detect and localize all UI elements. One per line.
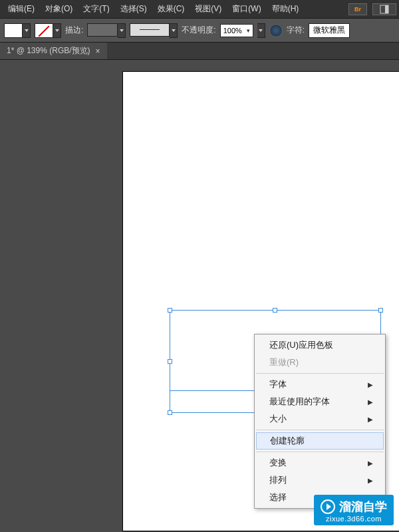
cm-recent-fonts-label: 最近使用的字体 (269, 396, 330, 408)
options-toolbar: 描边: 不透明度: 100% 字符: 微软雅黑 (0, 19, 399, 43)
cm-size-label: 大小 (269, 413, 287, 425)
chevron-right-icon: ▶ (368, 416, 373, 423)
opacity-dropdown[interactable] (257, 23, 265, 38)
chevron-right-icon: ▶ (368, 460, 373, 467)
handle-top-right[interactable] (378, 308, 383, 313)
cm-undo[interactable]: 还原(U)应用色板 (255, 336, 385, 354)
menu-select[interactable]: 选择(S) (115, 1, 152, 17)
play-icon (321, 499, 335, 514)
menu-edit[interactable]: 编辑(E) (3, 1, 40, 17)
cm-select-label: 选择 (269, 491, 287, 503)
workspace-layout-icon[interactable] (372, 3, 396, 15)
bridge-icon[interactable]: Br (348, 3, 367, 15)
context-menu: 还原(U)应用色板 重做(R) 字体 ▶ 最近使用的字体 ▶ 大小 ▶ 创建轮廓… (254, 334, 386, 509)
cm-font[interactable]: 字体 ▶ (255, 376, 385, 393)
svg-rect-1 (385, 5, 388, 13)
menu-window[interactable]: 窗口(W) (227, 1, 266, 17)
cm-recent-fonts[interactable]: 最近使用的字体 ▶ (255, 393, 385, 410)
stroke-color-dropdown[interactable] (53, 23, 61, 38)
document-tab[interactable]: 1* @ 139% (RGB/预览) × (0, 43, 107, 59)
cm-transform[interactable]: 变换 ▶ (255, 454, 385, 471)
menu-object[interactable]: 对象(O) (40, 1, 78, 17)
chevron-right-icon: ▶ (368, 381, 373, 388)
workspace: 还原(U)应用色板 重做(R) 字体 ▶ 最近使用的字体 ▶ 大小 ▶ 创建轮廓… (0, 60, 399, 532)
cm-separator (256, 430, 384, 430)
document-tab-label: 1* @ 139% (RGB/预览) (7, 45, 90, 57)
stroke-style-field[interactable] (130, 23, 170, 37)
cm-arrange-label: 排列 (269, 474, 287, 486)
cm-size[interactable]: 大小 ▶ (255, 410, 385, 428)
menubar: 编辑(E) 对象(O) 文字(T) 选择(S) 效果(C) 视图(V) 窗口(W… (0, 0, 399, 19)
fill-color-swatch[interactable] (4, 23, 23, 38)
handle-mid-left[interactable] (168, 359, 172, 364)
watermark-url: zixue.3d66.com (321, 515, 387, 523)
stroke-label: 描边: (65, 25, 83, 36)
handle-top-left[interactable] (168, 308, 172, 313)
cm-font-label: 字体 (269, 378, 287, 390)
stroke-weight-dropdown[interactable] (118, 23, 126, 38)
char-label: 字符: (287, 25, 305, 36)
menu-text[interactable]: 文字(T) (78, 1, 114, 17)
document-tab-bar: 1* @ 139% (RGB/预览) × (0, 43, 399, 60)
close-tab-icon[interactable]: × (96, 47, 100, 56)
menu-help[interactable]: 帮助(H) (267, 1, 305, 17)
cm-separator (256, 373, 384, 374)
fill-color-dropdown[interactable] (23, 23, 31, 38)
stroke-style-dropdown[interactable] (170, 23, 178, 38)
menu-view[interactable]: 视图(V) (190, 1, 227, 17)
chevron-right-icon: ▶ (368, 477, 373, 484)
opacity-field[interactable]: 100% (220, 24, 253, 37)
globe-icon[interactable] (269, 24, 283, 37)
stroke-color-swatch[interactable] (35, 23, 53, 38)
font-family-field[interactable]: 微软雅黑 (309, 23, 350, 38)
cm-redo: 重做(R) (255, 354, 385, 371)
watermark-text: 溜溜自学 (339, 499, 387, 515)
stroke-weight-preview[interactable] (87, 23, 118, 37)
cm-create-outlines[interactable]: 创建轮廓 (256, 432, 384, 450)
handle-bottom-left[interactable] (168, 410, 172, 415)
menu-effect[interactable]: 效果(C) (152, 1, 190, 17)
cm-separator (256, 452, 384, 452)
handle-top-mid[interactable] (273, 308, 277, 313)
watermark: 溜溜自学 zixue.3d66.com (314, 495, 394, 525)
chevron-right-icon: ▶ (368, 398, 373, 406)
cm-arrange[interactable]: 排列 ▶ (255, 471, 385, 489)
opacity-label: 不透明度: (182, 25, 215, 36)
cm-transform-label: 变换 (269, 457, 287, 469)
